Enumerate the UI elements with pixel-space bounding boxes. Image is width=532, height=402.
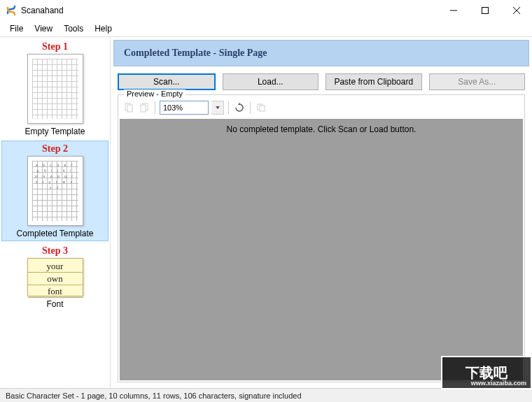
step-label: Completed Template — [4, 229, 106, 238]
close-button[interactable] — [500, 1, 532, 20]
main-panel: Completed Template - Single Page Scan...… — [111, 37, 532, 388]
app-icon — [6, 5, 17, 16]
preview-empty-message: No completed template. Click Scan or Loa… — [120, 124, 523, 134]
rotate-icon[interactable] — [233, 101, 246, 114]
font-preview-line: your — [28, 260, 83, 273]
menu-tools[interactable]: Tools — [58, 22, 89, 35]
toolbar-separator — [228, 101, 229, 114]
content-area: Step 1 Empty Template Step 2 Completed T… — [0, 36, 532, 388]
scan-button[interactable]: Scan... — [118, 73, 216, 90]
titlebar: Scanahand — [0, 0, 532, 21]
template-thumbnail-completed — [27, 156, 83, 226]
maximize-button[interactable] — [469, 1, 500, 20]
font-preview-line: own — [28, 273, 83, 285]
preview-toolbar — [118, 95, 524, 117]
step-title: Step 3 — [4, 245, 106, 257]
prev-page-icon — [122, 101, 135, 114]
step-label: Empty Template — [4, 127, 106, 136]
save-as-button: Save As... — [429, 73, 526, 90]
main-header: Completed Template - Single Page — [113, 40, 529, 66]
load-button[interactable]: Load... — [223, 73, 319, 90]
statusbar: Basic Character Set - 1 page, 10 columns… — [0, 388, 532, 402]
toolbar-separator — [155, 101, 155, 114]
svg-rect-9 — [260, 106, 265, 111]
window-title: Scanahand — [21, 6, 438, 15]
preview-group: Preview - Empty — [118, 94, 525, 382]
svg-rect-1 — [482, 7, 488, 13]
preview-area: No completed template. Click Scan or Loa… — [120, 119, 523, 380]
svg-rect-5 — [127, 105, 132, 112]
watermark-url: www.xiazaiba.com — [471, 380, 526, 387]
svg-rect-7 — [141, 105, 146, 112]
copy-icon — [255, 101, 267, 114]
status-text: Basic Character Set - 1 page, 10 columns… — [6, 392, 302, 400]
watermark: 下载吧 www.xiazaiba.com — [441, 356, 532, 389]
sidebar: Step 1 Empty Template Step 2 Completed T… — [0, 37, 111, 388]
minimize-button[interactable] — [438, 1, 469, 20]
next-page-icon — [138, 101, 150, 114]
font-thumbnail: your own font — [27, 258, 83, 296]
sidebar-step-3[interactable]: Step 3 your own font Font — [1, 243, 108, 312]
sidebar-step-1[interactable]: Step 1 Empty Template — [1, 38, 108, 139]
menu-file[interactable]: File — [4, 22, 29, 35]
font-preview-line: font — [28, 285, 83, 298]
window-controls — [438, 1, 532, 20]
sidebar-step-2[interactable]: Step 2 Completed Template — [1, 141, 108, 241]
toolbar-separator — [250, 101, 251, 114]
preview-legend: Preview - Empty — [124, 89, 186, 98]
step-title: Step 1 — [4, 41, 106, 52]
step-label: Font — [4, 299, 106, 309]
paste-clipboard-button[interactable]: Paste from Clipboard — [326, 73, 422, 90]
template-thumbnail-empty — [27, 54, 83, 124]
menu-view[interactable]: View — [29, 22, 58, 35]
zoom-input[interactable] — [160, 101, 209, 115]
menu-help[interactable]: Help — [89, 22, 118, 35]
menubar: File View Tools Help — [0, 21, 532, 36]
zoom-dropdown[interactable] — [211, 101, 224, 115]
page-title: Completed Template - Single Page — [124, 48, 519, 59]
step-title: Step 2 — [4, 143, 106, 155]
